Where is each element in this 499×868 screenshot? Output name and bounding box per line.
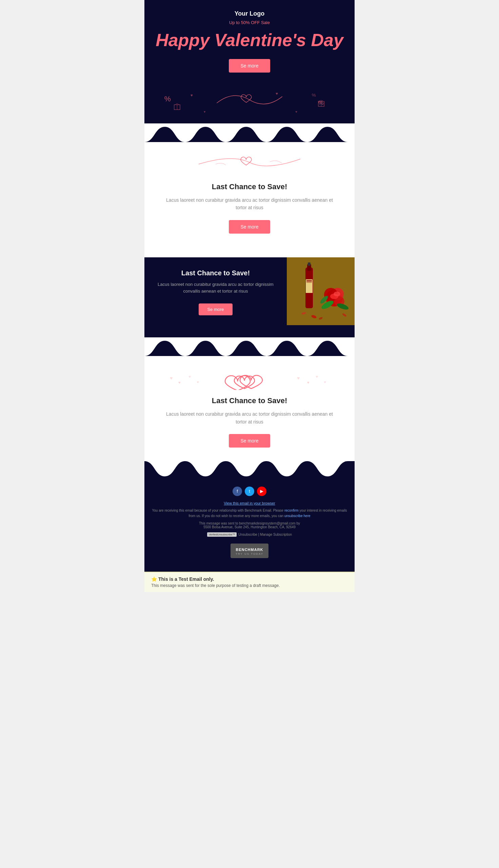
svg-text:♥: ♥ — [204, 110, 206, 113]
facebook-icon[interactable]: f — [233, 487, 242, 496]
section2-cta-button[interactable]: Se more — [199, 304, 232, 315]
section1-title: Last Chance to Save! — [165, 182, 334, 191]
svg-text:♥: ♥ — [316, 374, 318, 379]
svg-text:♥: ♥ — [324, 380, 326, 384]
hero-cta-button[interactable]: Se more — [229, 59, 270, 73]
unsubscribe-here-link[interactable]: unsubscribe here — [284, 514, 311, 518]
svg-text:%: % — [312, 92, 316, 97]
svg-text:♥: ♥ — [170, 375, 172, 381]
svg-text:♥: ♥ — [191, 93, 193, 97]
svg-rect-24 — [308, 262, 311, 266]
section2-body: Lacus laoreet non curabitur gravida arcu… — [155, 281, 277, 295]
section3-body: Lacus laoreet non curabitur gravida arcu… — [165, 410, 334, 426]
view-in-browser-link[interactable]: View this email in your browser — [151, 501, 348, 505]
svg-text:♥: ♥ — [197, 380, 199, 384]
svg-text:♥: ♥ — [178, 380, 181, 384]
logo: Your Logo — [151, 10, 348, 17]
manage-subscription-link[interactable]: Manage Subscription — [260, 533, 292, 536]
white-card-2: ♥ ♥ ♥ ♥ ♥ ♥ ♥ ♥ Last Chance to Save! Lac… — [144, 356, 355, 461]
split-section: Last Chance to Save! Lacus laoreet non c… — [144, 257, 355, 338]
svg-text:♥: ♥ — [295, 110, 297, 113]
decorative-area: % % % ♥ ♥ ♥ ♥ — [151, 83, 348, 123]
benchmark-badge[interactable]: BENCHMARK TRY US TODAY — [231, 543, 268, 558]
svg-text:♥: ♥ — [188, 374, 191, 379]
white-card-1: Last Chance to Save! Lacus laoreet non c… — [144, 142, 355, 257]
scallop-top-wrapper — [144, 123, 355, 142]
section1-cta-button[interactable]: Se more — [229, 220, 270, 234]
header-section: Your Logo Up to 50% OFF Sale Happy Valen… — [144, 0, 355, 123]
bottom-scallop-wrapper — [144, 461, 355, 480]
test-email-bar: ⭐ This is a Test Email only. This messag… — [144, 572, 355, 592]
card2-scallop-wrapper — [144, 338, 355, 356]
social-icons-row: f t ▶ — [151, 487, 348, 496]
benchmark-sub: TRY US TODAY — [235, 552, 264, 555]
svg-rect-27 — [306, 282, 312, 283]
svg-text:%: % — [165, 95, 171, 103]
svg-rect-26 — [306, 280, 312, 281]
svg-text:♥: ♥ — [307, 380, 309, 384]
section3-title: Last Chance to Save! — [165, 396, 334, 405]
section2-title: Last Chance to Save! — [155, 269, 277, 277]
section3-cta-button[interactable]: Se more — [229, 434, 270, 448]
youtube-icon[interactable]: ▶ — [257, 487, 266, 496]
svg-point-18 — [333, 292, 340, 296]
verified-badge: VerfiedUnsubscribe™ — [207, 532, 236, 537]
split-left: Last Chance to Save! Lacus laoreet non c… — [144, 257, 287, 338]
test-email-body: This message was sent for the sole purpo… — [151, 583, 348, 588]
main-title: Happy Valentine's Day — [151, 30, 348, 50]
unsubscribe-link[interactable]: Unsubscribe — [238, 533, 257, 536]
twitter-icon[interactable]: t — [245, 487, 254, 496]
benchmark-label: BENCHMARK — [235, 548, 263, 552]
footer-unsubscribe-row: VerfiedUnsubscribe™ Unsubscribe | Manage… — [151, 532, 348, 537]
svg-text:♥: ♥ — [297, 375, 300, 381]
svg-text:♥: ♥ — [276, 91, 278, 96]
test-email-title: ⭐ This is a Test Email only. — [151, 576, 348, 582]
sale-badge: Up to 50% OFF Sale — [151, 20, 348, 25]
footer-receiving-text: You are receiving this email because of … — [151, 508, 348, 519]
reconfirm-link[interactable]: reconfirm — [284, 509, 299, 512]
footer-address: This message was sent to benchmarkdesign… — [151, 522, 348, 529]
wine-image — [287, 257, 355, 338]
unsubscribe-links: Unsubscribe | Manage Subscription — [238, 533, 292, 536]
footer-section: f t ▶ View this email in your browser Yo… — [144, 480, 355, 572]
section1-body: Lacus laoreet non curabitur gravida arcu… — [165, 196, 334, 211]
